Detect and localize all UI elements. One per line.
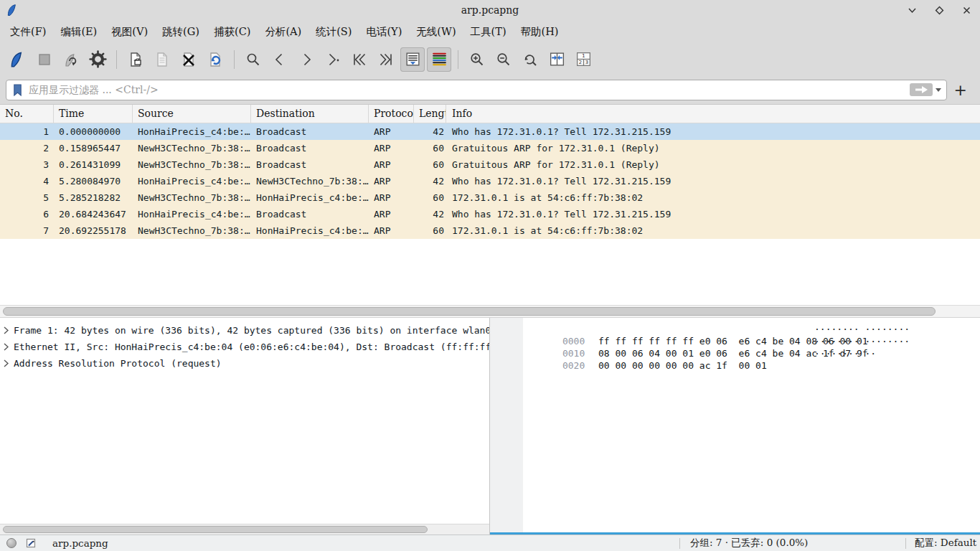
hex-row-0020[interactable]: 002000 00 00 00 00 00 ac 1f 00 01·······… bbox=[490, 347, 980, 359]
expander-chevron-icon[interactable] bbox=[4, 359, 9, 367]
display-filter-bar: + bbox=[0, 75, 980, 104]
close-file-icon[interactable] bbox=[176, 47, 201, 72]
apply-filter-button[interactable] bbox=[910, 83, 933, 96]
find-packet-icon[interactable] bbox=[241, 47, 265, 72]
filter-bookmark-icon[interactable] bbox=[10, 83, 25, 97]
toolbar-separator bbox=[116, 50, 117, 69]
scrollbar-thumb[interactable] bbox=[3, 526, 428, 533]
packet-row-7[interactable]: 720.692255178NewH3CTechno_7b:38:…HonHaiP… bbox=[0, 222, 980, 239]
detail-line-arp[interactable]: Address Resolution Protocol (request) bbox=[0, 355, 489, 372]
title-bar: arp.pcapng bbox=[0, 0, 980, 20]
zoom-out-icon[interactable] bbox=[491, 47, 516, 72]
close-button[interactable] bbox=[961, 5, 971, 15]
status-packet-count: 分组: 7 · 已丢弃: 0 (0.0%) bbox=[680, 537, 905, 550]
menu-wireless[interactable]: 无线(W) bbox=[409, 22, 463, 42]
menu-capture[interactable]: 捕获(C) bbox=[207, 22, 258, 42]
packet-details-pane: Frame 1: 42 bytes on wire (336 bits), 42… bbox=[0, 318, 490, 534]
packet-list: 10.000000000HonHaiPrecis_c4:be:…Broadcas… bbox=[0, 123, 980, 239]
layout-123-icon[interactable]: 123 bbox=[571, 47, 595, 72]
go-back-icon[interactable] bbox=[268, 47, 292, 72]
display-filter-input[interactable] bbox=[25, 84, 910, 95]
go-forward-icon[interactable] bbox=[294, 47, 319, 72]
column-header-info[interactable]: Info bbox=[446, 105, 980, 123]
restart-capture-icon[interactable] bbox=[59, 47, 83, 72]
detail-line-frame[interactable]: Frame 1: 42 bytes on wire (336 bits), 42… bbox=[0, 322, 489, 339]
colorize-packets-icon[interactable] bbox=[427, 47, 451, 72]
maximize-button[interactable] bbox=[934, 5, 944, 15]
packet-row-1[interactable]: 10.000000000HonHaiPrecis_c4:be:…Broadcas… bbox=[0, 123, 980, 140]
packet-row-5[interactable]: 55.285218282NewH3CTechno_7b:38:…HonHaiPr… bbox=[0, 189, 980, 206]
menu-analyze[interactable]: 分析(A) bbox=[258, 22, 308, 42]
menu-view[interactable]: 视图(V) bbox=[104, 22, 155, 42]
packet-list-header: No. Time Source Destination Protocol Len… bbox=[0, 104, 980, 123]
hex-row-0000[interactable]: 0000ff ff ff ff ff ff e0 06 e6 c4 be 04 … bbox=[490, 323, 980, 335]
toolbar-separator bbox=[458, 50, 458, 69]
expert-info-icon[interactable] bbox=[6, 538, 17, 548]
menu-help[interactable]: 帮助(H) bbox=[514, 22, 566, 42]
window-title: arp.pcapng bbox=[0, 4, 980, 16]
go-to-packet-icon[interactable] bbox=[321, 47, 345, 72]
menu-tools[interactable]: 工具(T) bbox=[463, 22, 514, 42]
lower-panes: Frame 1: 42 bytes on wire (336 bits), 42… bbox=[0, 305, 980, 534]
column-header-protocol[interactable]: Protocol bbox=[369, 105, 414, 123]
main-toolbar: 123 bbox=[0, 43, 980, 75]
save-file-icon[interactable] bbox=[150, 47, 174, 72]
reload-file-icon[interactable] bbox=[203, 47, 227, 72]
toolbar-separator bbox=[234, 50, 235, 69]
column-header-source[interactable]: Source bbox=[133, 105, 251, 123]
resize-columns-icon[interactable] bbox=[545, 47, 569, 72]
packet-row-3[interactable]: 30.261431099NewH3CTechno_7b:38:…Broadcas… bbox=[0, 156, 980, 173]
filter-dropdown-caret[interactable] bbox=[936, 88, 941, 92]
status-profile[interactable]: 配置: Default bbox=[906, 537, 980, 550]
expander-chevron-icon[interactable] bbox=[4, 326, 9, 334]
menu-bar: 文件(F) 编辑(E) 视图(V) 跳转(G) 捕获(C) 分析(A) 统计(S… bbox=[0, 20, 980, 43]
column-header-no[interactable]: No. bbox=[0, 105, 54, 123]
menu-go[interactable]: 跳转(G) bbox=[155, 22, 207, 42]
start-capture-icon[interactable] bbox=[6, 47, 30, 72]
display-filter-box bbox=[6, 80, 947, 100]
column-header-destination[interactable]: Destination bbox=[251, 105, 369, 123]
status-filename: arp.pcapng bbox=[52, 537, 108, 549]
status-bar: arp.pcapng 分组: 7 · 已丢弃: 0 (0.0%) 配置: Def… bbox=[0, 534, 980, 551]
capture-options-icon[interactable] bbox=[85, 47, 110, 72]
svg-text:3: 3 bbox=[585, 60, 588, 65]
details-hscrollbar[interactable] bbox=[0, 524, 489, 534]
open-file-icon[interactable] bbox=[123, 47, 148, 72]
packet-row-4[interactable]: 45.280084970HonHaiPrecis_c4:be:…NewH3CTe… bbox=[0, 173, 980, 189]
capture-comment-icon[interactable] bbox=[25, 537, 37, 549]
menu-edit[interactable]: 编辑(E) bbox=[53, 22, 104, 42]
packet-row-2[interactable]: 20.158965447NewH3CTechno_7b:38:…Broadcas… bbox=[0, 140, 980, 156]
minimize-button[interactable] bbox=[907, 5, 917, 15]
menu-file[interactable]: 文件(F) bbox=[3, 22, 53, 42]
menu-statistics[interactable]: 统计(S) bbox=[308, 22, 359, 42]
auto-scroll-icon[interactable] bbox=[400, 47, 425, 72]
stop-capture-icon[interactable] bbox=[32, 47, 57, 72]
wireshark-window: arp.pcapng 文件(F) 编辑(E) 视图(V) 跳转(G) 捕获(C)… bbox=[0, 0, 980, 551]
expander-chevron-icon[interactable] bbox=[4, 343, 9, 351]
go-first-icon[interactable] bbox=[347, 47, 372, 72]
scrollbar-thumb[interactable] bbox=[3, 307, 936, 316]
menu-telephony[interactable]: 电话(Y) bbox=[359, 22, 409, 42]
packet-bytes-pane: 0000ff ff ff ff ff ff e0 06 e6 c4 be 04 … bbox=[490, 318, 980, 534]
column-header-length[interactable]: Length bbox=[414, 105, 446, 123]
zoom-in-icon[interactable] bbox=[465, 47, 489, 72]
packet-row-6[interactable]: 620.684243647HonHaiPrecis_c4:be:…Broadca… bbox=[0, 206, 980, 222]
add-filter-button[interactable]: + bbox=[947, 81, 974, 99]
detail-line-ethernet[interactable]: Ethernet II, Src: HonHaiPrecis_c4:be:04 … bbox=[0, 339, 489, 355]
packet-list-hscrollbar[interactable] bbox=[0, 305, 980, 318]
column-header-time[interactable]: Time bbox=[54, 105, 133, 123]
svg-text:2: 2 bbox=[578, 60, 581, 65]
svg-text:1: 1 bbox=[582, 53, 585, 59]
go-last-icon[interactable] bbox=[374, 47, 398, 72]
zoom-reset-icon[interactable] bbox=[518, 47, 542, 72]
hex-row-0010[interactable]: 001008 00 06 04 00 01 e0 06 e6 c4 be 04 … bbox=[490, 335, 980, 347]
